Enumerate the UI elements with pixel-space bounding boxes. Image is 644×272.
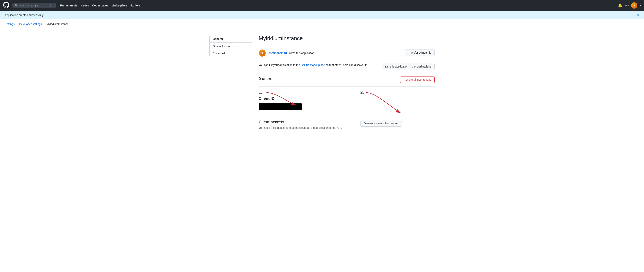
github-marketplace-link[interactable]: GitHub Marketplace: [301, 63, 325, 67]
search-box[interactable]: 🔍 Search or jump to... /: [12, 3, 56, 8]
flash-message: Application created successfully: [5, 14, 44, 17]
list-marketplace-button[interactable]: List this application in the Marketplace: [382, 63, 434, 70]
plus-icon: +: [625, 4, 627, 8]
annotation-1-number: 1.: [259, 90, 262, 95]
sidebar-nav: General Optional features Advanced: [210, 35, 252, 57]
nav-explore[interactable]: Explore: [130, 4, 140, 7]
flash-banner: Application created successfully ×: [0, 11, 644, 19]
owns-text: owns this application.: [288, 52, 315, 55]
search-placeholder: Search or jump to...: [19, 4, 42, 7]
breadcrumb: Settings / Developer settings / Mylridiu…: [0, 19, 644, 29]
owner-avatar: J: [259, 50, 266, 57]
navbar-right: 🔔 + ▾ J ▾: [618, 2, 641, 9]
nav-links: Pull requests Issues Codespaces Marketpl…: [60, 4, 140, 7]
sidebar-item-general[interactable]: General: [210, 36, 252, 43]
avatar-chevron-icon: ▾: [640, 4, 641, 7]
nav-pull-requests[interactable]: Pull requests: [60, 4, 78, 7]
nav-issues[interactable]: Issues: [80, 4, 89, 7]
avatar[interactable]: J: [631, 2, 637, 9]
arrow-2: [364, 92, 407, 115]
notifications-button[interactable]: 🔔: [618, 3, 622, 8]
client-id-title: Client ID: [259, 96, 360, 101]
client-secrets-title-group: Client secrets: [259, 120, 284, 124]
breadcrumb-settings[interactable]: Settings: [5, 23, 15, 26]
app-title: MylridiumInstance: [259, 35, 434, 42]
owner-row: J joshfischer1108 owns this application.: [259, 50, 400, 57]
slash-shortcut: /: [50, 4, 53, 7]
generate-secret-area: 2. Generate a new client secret: [360, 90, 434, 134]
sidebar-item-advanced[interactable]: Advanced: [210, 50, 252, 57]
chevron-down-icon: ▾: [628, 4, 629, 7]
generate-secret-button[interactable]: Generate a new client secret: [360, 120, 402, 127]
marketplace-actions: List this application in the Marketplace: [382, 63, 434, 70]
breadcrumb-sep-2: /: [44, 23, 44, 26]
owner-section: J joshfischer1108 owns this application.…: [259, 46, 434, 60]
navbar: 🔍 Search or jump to... / Pull requests I…: [0, 0, 644, 11]
marketplace-section: You can list your application in the Git…: [259, 60, 434, 73]
annotation-2-number: 2.: [360, 90, 364, 95]
content-area: MylridiumInstance J joshfischer1108 owns…: [259, 35, 434, 137]
owner-text: joshfischer1108 owns this application.: [268, 52, 315, 55]
owner-link[interactable]: joshfischer1108: [268, 52, 288, 55]
marketplace-desc-prefix: You can list your application in the: [259, 63, 301, 67]
bell-icon: 🔔: [618, 3, 622, 8]
marketplace-text: You can list your application in the Git…: [259, 63, 377, 67]
marketplace-desc-suffix: so that other users can discover it.: [325, 63, 367, 67]
users-section: 0 users Revoke all user tokens: [259, 73, 434, 87]
client-id-value: [259, 103, 302, 110]
owner-info: J joshfischer1108 owns this application.: [259, 50, 400, 57]
flash-close-button[interactable]: ×: [637, 13, 639, 17]
users-text: 0 users: [259, 77, 396, 81]
breadcrumb-sep-1: /: [16, 23, 17, 26]
users-count: 0 users: [259, 77, 272, 81]
breadcrumb-developer-settings[interactable]: Developer settings: [19, 23, 42, 26]
owner-actions: Transfer ownership: [405, 50, 434, 56]
client-secrets-section: Client secrets You need a client secret …: [259, 115, 360, 134]
client-secrets-header: Client secrets: [259, 120, 360, 124]
breadcrumb-current: MylridiumInstance: [46, 23, 68, 26]
client-id-area: 1. Client ID: [259, 90, 360, 134]
search-icon: 🔍: [15, 4, 18, 7]
transfer-ownership-button[interactable]: Transfer ownership: [405, 50, 434, 56]
generate-btn-container: Generate a new client secret: [360, 120, 434, 127]
client-secrets-title: Client secrets: [259, 120, 284, 124]
nav-codespaces[interactable]: Codespaces: [92, 4, 108, 7]
users-actions: Revoke all user tokens: [400, 77, 434, 83]
nav-marketplace[interactable]: Marketplace: [112, 4, 127, 7]
client-secrets-description: You need a client secret to authenticate…: [259, 126, 360, 129]
main-container: General Optional features Advanced Mylri…: [205, 29, 439, 143]
new-item-button[interactable]: + ▾: [625, 4, 629, 8]
github-logo[interactable]: [3, 2, 10, 9]
client-id-section: Client ID: [259, 96, 360, 115]
client-section: 1. Client ID: [259, 87, 434, 137]
sidebar-item-optional-features[interactable]: Optional features: [210, 43, 252, 50]
sidebar: General Optional features Advanced: [210, 35, 252, 137]
revoke-tokens-button[interactable]: Revoke all user tokens: [400, 77, 434, 83]
